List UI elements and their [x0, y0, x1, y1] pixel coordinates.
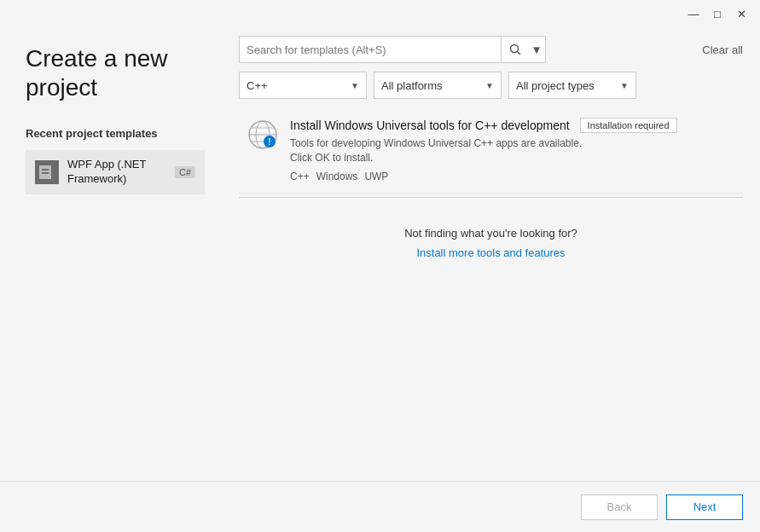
clear-all-button[interactable]: Clear all — [702, 43, 743, 56]
tag-cpp: C++ — [290, 171, 310, 182]
svg-rect-2 — [42, 169, 49, 171]
platform-filter[interactable]: All platforms ▼ — [374, 72, 502, 99]
project-type-filter-value: All project types — [516, 79, 595, 92]
recent-project-name: WPF App (.NETFramework) — [67, 158, 166, 187]
search-box: ▼ — [239, 36, 546, 63]
right-panel: ▼ Clear all C++ ▼ All platforms ▼ All pr… — [230, 27, 760, 481]
tag-windows: Windows — [316, 171, 358, 182]
page-title: Create a new project — [26, 44, 205, 101]
window: — □ ✕ Create a new project Recent projec… — [0, 0, 760, 532]
close-button[interactable]: ✕ — [729, 2, 753, 26]
svg-text:!: ! — [268, 137, 270, 147]
back-button[interactable]: Back — [581, 494, 658, 520]
next-button[interactable]: Next — [666, 494, 743, 520]
template-desc: Tools for developing Windows Universal C… — [290, 136, 736, 165]
template-icon: ! — [246, 118, 280, 152]
template-info: Install Windows Universal tools for C++ … — [290, 118, 736, 182]
tag-uwp: UWP — [364, 171, 388, 182]
minimize-button[interactable]: — — [682, 2, 705, 26]
recent-label: Recent project templates — [26, 127, 205, 140]
search-button[interactable] — [501, 37, 528, 62]
installation-badge: Installation required — [580, 118, 677, 133]
search-row: ▼ Clear all — [239, 36, 743, 63]
recent-project-text: WPF App (.NETFramework) — [67, 158, 166, 187]
title-bar: — □ ✕ — [0, 0, 760, 27]
left-panel: Create a new project Recent project temp… — [0, 27, 230, 481]
svg-point-4 — [510, 45, 518, 53]
filter-row: C++ ▼ All platforms ▼ All project types … — [239, 72, 743, 99]
recent-project-badge: C# — [175, 166, 195, 178]
language-filter[interactable]: C++ ▼ — [239, 72, 367, 99]
template-item[interactable]: ! Install Windows Universal tools for C+… — [239, 107, 743, 194]
platform-filter-value: All platforms — [381, 79, 443, 92]
footer: Back Next — [0, 481, 760, 532]
template-name: Install Windows Universal tools for C++ … — [290, 119, 570, 132]
language-filter-arrow: ▼ — [351, 81, 359, 90]
not-finding-section: Not finding what you're looking for? Ins… — [239, 201, 743, 286]
main-content: Create a new project Recent project temp… — [0, 27, 760, 481]
search-dropdown-button[interactable]: ▼ — [528, 37, 545, 62]
search-input[interactable] — [240, 43, 501, 56]
project-type-filter-arrow: ▼ — [620, 81, 629, 90]
template-icon-globe: ! — [246, 118, 280, 152]
install-tools-link[interactable]: Install more tools and features — [416, 246, 565, 259]
template-tags: C++ Windows UWP — [290, 171, 736, 182]
template-list: ! Install Windows Universal tools for C+… — [239, 107, 743, 472]
maximize-button[interactable]: □ — [705, 2, 729, 26]
separator — [239, 197, 743, 198]
language-filter-value: C++ — [247, 79, 268, 92]
platform-filter-arrow: ▼ — [485, 81, 494, 90]
not-finding-text: Not finding what you're looking for? — [239, 227, 743, 240]
svg-line-5 — [517, 52, 520, 55]
project-type-filter[interactable]: All project types ▼ — [508, 72, 636, 99]
svg-rect-3 — [42, 172, 49, 174]
recent-project-icon — [35, 160, 59, 184]
template-title-row: Install Windows Universal tools for C++ … — [290, 118, 736, 133]
recent-project-item[interactable]: WPF App (.NETFramework) C# — [26, 150, 205, 194]
